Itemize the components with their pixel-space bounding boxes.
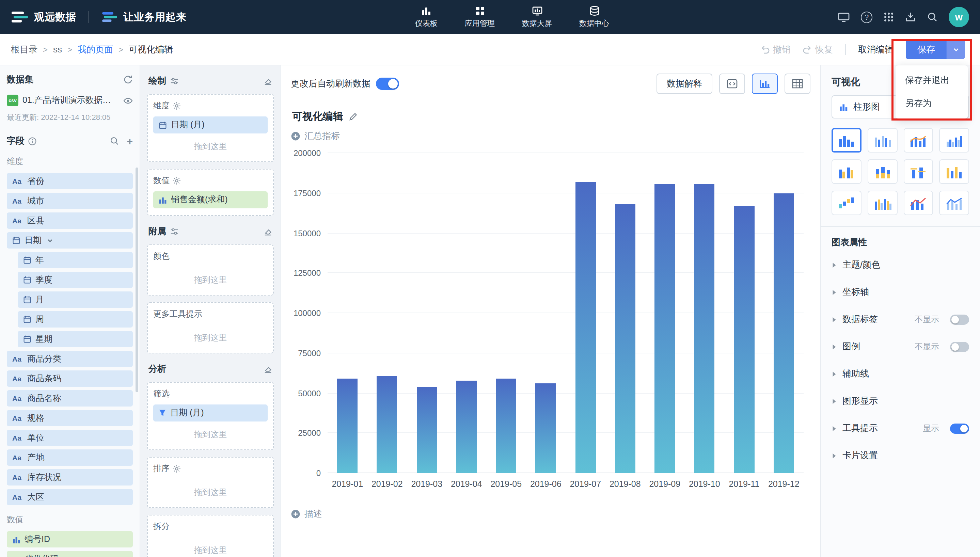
cancel-edit-button[interactable]: 取消编辑 <box>858 43 894 55</box>
prop-row-tooltip[interactable]: 工具提示 显示 <box>832 415 969 442</box>
bar-2019-12[interactable] <box>774 194 794 474</box>
breadcrumb-my-page[interactable]: 我的页面 <box>78 43 113 55</box>
prop-row-guide-line[interactable]: 辅助线 <box>832 360 969 388</box>
field-item-year[interactable]: 年 <box>18 252 133 268</box>
gear-icon[interactable] <box>173 102 181 110</box>
guandata-logo-icon[interactable] <box>11 10 29 24</box>
field-item-origin[interactable]: Aa产地 <box>7 450 133 466</box>
help-icon[interactable]: ? <box>861 11 873 23</box>
bar-2019-08[interactable] <box>615 204 635 473</box>
chart-type-thumbnail-mixed-bar[interactable] <box>939 160 969 184</box>
bar-2019-11[interactable] <box>734 206 754 473</box>
chart-view-button[interactable] <box>752 73 778 94</box>
bar-2019-09[interactable] <box>654 184 675 473</box>
field-item-month[interactable]: 月 <box>18 292 133 308</box>
field-item-weekday[interactable]: 星期 <box>18 331 133 347</box>
bar-2019-10[interactable] <box>694 184 715 473</box>
bar-2019-01[interactable] <box>337 379 358 473</box>
clear-analysis-icon[interactable] <box>264 365 272 373</box>
drop-zone-hint[interactable]: 拖到这里 <box>153 325 268 350</box>
chart-type-thumbnail-bar[interactable] <box>832 128 861 153</box>
drop-zone-hint[interactable]: 拖到这里 <box>153 134 268 159</box>
legend-toggle[interactable] <box>950 342 969 352</box>
dataset-name[interactable]: 01.产品培训演示数据… <box>23 94 119 106</box>
dimension-chip-date-month[interactable]: 日期 (月) <box>153 116 268 134</box>
field-item-province[interactable]: Aa省份 <box>7 173 133 189</box>
prop-row-axis[interactable]: 坐标轴 <box>832 278 969 306</box>
data-explain-button[interactable]: 数据解释 <box>656 73 712 94</box>
field-item-quarter[interactable]: 季度 <box>18 272 133 288</box>
nav-item-data-screen[interactable]: 数据大屏 <box>522 5 552 29</box>
chart-type-thumbnail-bar-line[interactable] <box>903 191 933 215</box>
bar-2019-06[interactable] <box>536 384 556 473</box>
chart-type-thumbnail-waterfall[interactable] <box>832 191 861 215</box>
field-item-date[interactable]: 日期 <box>7 232 133 249</box>
drop-zone-hint[interactable]: 拖到这里 <box>153 422 268 447</box>
chart-type-thumbnail-multi-bar[interactable] <box>868 128 898 153</box>
gear-icon[interactable] <box>173 465 181 472</box>
tooltip-toggle[interactable] <box>950 423 969 433</box>
filter-chip-date-month[interactable]: 日期 (月) <box>153 404 268 422</box>
nav-item-data-center[interactable]: 数据中心 <box>579 5 609 29</box>
menu-item-save-and-exit[interactable]: 保存并退出 <box>895 69 968 92</box>
edit-title-icon[interactable] <box>349 112 358 121</box>
chart-type-thumbnail-thin-bar-line[interactable] <box>939 191 969 215</box>
chart-type-thumbnail-histogram[interactable] <box>939 128 969 153</box>
sidebar-scrollbar[interactable] <box>135 168 138 392</box>
field-item-product-category[interactable]: Aa商品分类 <box>7 351 133 367</box>
field-item-id[interactable]: 编号ID <box>7 531 133 547</box>
save-dropdown-button[interactable] <box>947 39 965 59</box>
field-search-icon[interactable] <box>110 136 119 146</box>
code-view-button[interactable] <box>719 73 745 94</box>
breadcrumb-folder[interactable]: ss <box>53 44 62 54</box>
chart-type-thumbnail-grouped-tri[interactable] <box>868 191 898 215</box>
bar-2019-04[interactable] <box>456 380 477 473</box>
bar-2019-02[interactable] <box>377 376 397 473</box>
field-item-unit[interactable]: Aa单位 <box>7 430 133 446</box>
dataset-preview-icon[interactable] <box>123 96 133 104</box>
field-item-product-name[interactable]: Aa商品名称 <box>7 390 133 407</box>
field-item-city[interactable]: Aa城市 <box>7 193 133 209</box>
field-item-spec[interactable]: Aa规格 <box>7 410 133 426</box>
field-item-district[interactable]: Aa区县 <box>7 212 133 229</box>
nav-item-dashboard[interactable]: 仪表板 <box>415 5 438 29</box>
prop-row-legend[interactable]: 图例 不显示 <box>832 333 969 360</box>
nav-item-app-management[interactable]: 应用管理 <box>465 5 495 29</box>
avatar[interactable]: w <box>949 7 969 27</box>
apps-grid-icon[interactable] <box>883 11 894 23</box>
prop-row-theme-color[interactable]: 主题/颜色 <box>832 251 969 278</box>
save-button[interactable]: 保存 <box>906 39 947 59</box>
undo-button[interactable]: 撤销 <box>761 43 791 55</box>
bar-2019-07[interactable] <box>575 182 596 473</box>
bar-2019-05[interactable] <box>496 379 516 473</box>
prop-row-graphic-display[interactable]: 图形显示 <box>832 388 969 415</box>
search-icon[interactable] <box>927 11 938 23</box>
value-chip-sales-sum[interactable]: 销售金额(求和) <box>153 191 268 208</box>
auto-refresh-toggle[interactable] <box>376 78 399 90</box>
clear-draw-icon[interactable] <box>264 77 272 85</box>
field-item-week[interactable]: 周 <box>18 311 133 327</box>
chart-type-thumbnail-bar-target[interactable] <box>903 160 933 184</box>
field-item-region[interactable]: Aa大区 <box>7 489 133 505</box>
monitor-icon[interactable] <box>838 11 850 23</box>
chart-type-thumbnail-bar-curve[interactable] <box>903 128 933 153</box>
add-summary-metric[interactable]: 汇总指标 <box>291 130 811 142</box>
menu-item-save-as[interactable]: 另存为 <box>895 92 968 115</box>
drop-zone-hint[interactable]: 拖到这里 <box>153 479 268 505</box>
download-icon[interactable] <box>905 11 916 23</box>
prop-row-card-settings[interactable]: 卡片设置 <box>832 442 969 469</box>
brand-name[interactable]: 观远数据 <box>34 11 76 23</box>
data-label-toggle[interactable] <box>950 314 969 324</box>
redo-button[interactable]: 恢复 <box>803 43 833 55</box>
drop-zone-hint[interactable]: 拖到这里 <box>153 267 268 292</box>
chevron-down-icon[interactable] <box>47 237 53 243</box>
chart-type-thumbnail-grouped-bar[interactable] <box>832 160 861 184</box>
bar-2019-03[interactable] <box>417 387 437 473</box>
breadcrumb-root[interactable]: 根目录 <box>11 43 37 55</box>
add-description[interactable]: 描述 <box>291 508 811 520</box>
dataset-refresh-icon[interactable] <box>123 75 133 85</box>
field-item-stock-status[interactable]: Aa库存状况 <box>7 469 133 485</box>
gear-icon[interactable] <box>173 177 181 184</box>
chart-type-thumbnail-stacked-bar[interactable] <box>868 160 898 184</box>
drop-zone-hint[interactable]: 拖到这里 <box>153 537 268 557</box>
